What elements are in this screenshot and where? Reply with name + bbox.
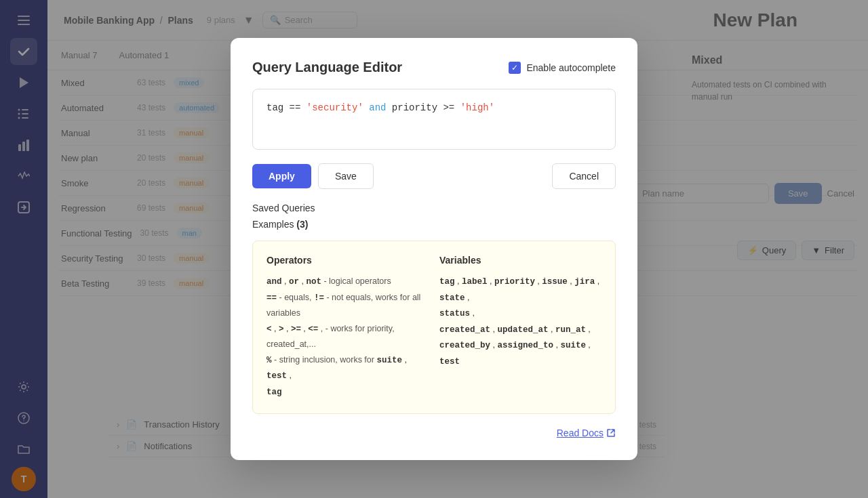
save-button[interactable]: Save	[318, 163, 374, 189]
modal-overlay: Query Language Editor Enable autocomplet…	[0, 0, 868, 498]
ref-item: == - equals, != - not equals, works for …	[267, 290, 429, 321]
operators-column: Operators and , or , not - logical opera…	[267, 255, 429, 400]
variables-title: Variables	[439, 255, 601, 266]
code-security-value: 'security'	[307, 102, 363, 113]
read-docs-row: Read Docs	[252, 428, 616, 438]
autocomplete-checkbox[interactable]	[509, 62, 521, 74]
examples[interactable]: Examples (3)	[252, 219, 616, 230]
autocomplete-toggle[interactable]: Enable autocomplete	[509, 62, 616, 74]
reference-grid: Operators and , or , not - logical opera…	[267, 255, 601, 400]
variables-column: Variables tag , label , priority , issue…	[439, 255, 601, 400]
modal-title: Query Language Editor	[252, 60, 402, 75]
ref-item: < , > , >= , <= , - works for priority, …	[267, 321, 429, 352]
external-link-icon	[606, 428, 616, 438]
apply-button[interactable]: Apply	[252, 164, 311, 188]
code-high-value: 'high'	[460, 102, 494, 113]
operators-title: Operators	[267, 255, 429, 266]
code-and-operator: and	[363, 102, 392, 113]
ref-item: created_at , updated_at , run_at ,	[439, 322, 601, 338]
ref-item: created_by , assigned_to , suite , test	[439, 337, 601, 369]
modal-buttons: Apply Save Cancel	[252, 163, 616, 189]
code-priority: priority >=	[392, 102, 460, 113]
ref-item: and , or , not - logical operators	[267, 274, 429, 290]
read-docs-link[interactable]: Read Docs	[557, 428, 616, 438]
reference-box: Operators and , or , not - logical opera…	[252, 241, 616, 414]
code-editor[interactable]: tag == 'security' and priority >= 'high'	[252, 89, 616, 150]
autocomplete-label-text: Enable autocomplete	[526, 62, 616, 73]
code-tag: tag ==	[267, 102, 307, 113]
cancel-button[interactable]: Cancel	[552, 163, 616, 189]
ref-item: % - string inclusion, works for suite , …	[267, 352, 429, 400]
saved-queries[interactable]: Saved Queries	[252, 203, 616, 213]
ref-item: status ,	[439, 306, 601, 322]
modal-header: Query Language Editor Enable autocomplet…	[252, 60, 616, 75]
query-language-editor-modal: Query Language Editor Enable autocomplet…	[231, 38, 637, 460]
ref-item: tag , label , priority , issue , jira , …	[439, 274, 601, 306]
